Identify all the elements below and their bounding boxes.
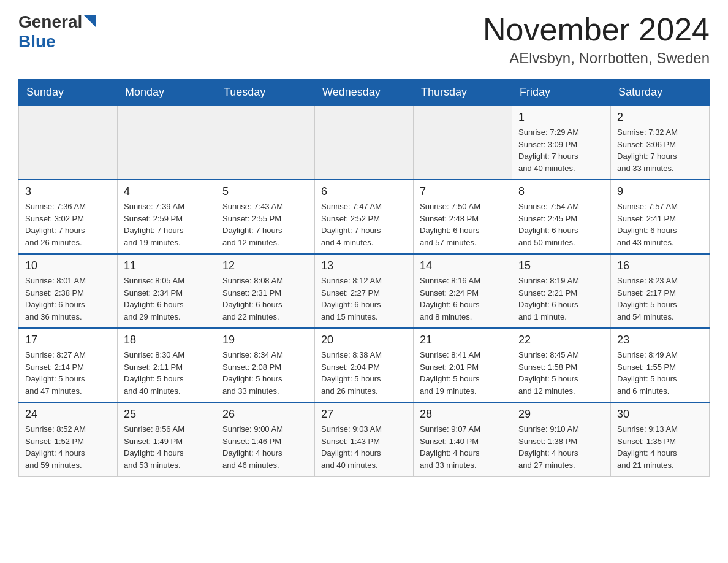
table-cell: 5Sunrise: 7:43 AM Sunset: 2:55 PM Daylig…	[216, 180, 315, 254]
location-title: AElvsbyn, Norrbotten, Sweden	[483, 50, 710, 67]
table-cell: 25Sunrise: 8:56 AM Sunset: 1:49 PM Dayli…	[118, 402, 216, 477]
day-number: 18	[124, 334, 210, 347]
calendar-table: Sunday Monday Tuesday Wednesday Thursday…	[18, 79, 710, 477]
table-cell: 17Sunrise: 8:27 AM Sunset: 2:14 PM Dayli…	[19, 328, 118, 402]
header-saturday: Saturday	[611, 80, 710, 106]
day-info: Sunrise: 7:54 AM Sunset: 2:45 PM Dayligh…	[518, 201, 604, 248]
day-info: Sunrise: 8:16 AM Sunset: 2:24 PM Dayligh…	[420, 275, 506, 323]
day-number: 7	[420, 185, 506, 198]
table-cell	[19, 105, 118, 180]
day-info: Sunrise: 7:29 AM Sunset: 3:09 PM Dayligh…	[518, 126, 604, 174]
table-cell: 4Sunrise: 7:39 AM Sunset: 2:59 PM Daylig…	[118, 180, 216, 254]
table-cell	[414, 105, 512, 180]
table-cell: 11Sunrise: 8:05 AM Sunset: 2:34 PM Dayli…	[118, 254, 216, 328]
day-number: 10	[25, 259, 111, 272]
day-info: Sunrise: 7:57 AM Sunset: 2:41 PM Dayligh…	[617, 201, 703, 248]
table-cell: 18Sunrise: 8:30 AM Sunset: 2:11 PM Dayli…	[118, 328, 216, 402]
header-monday: Monday	[118, 80, 216, 106]
table-cell: 7Sunrise: 7:50 AM Sunset: 2:48 PM Daylig…	[414, 180, 512, 254]
day-info: Sunrise: 9:10 AM Sunset: 1:38 PM Dayligh…	[518, 423, 604, 471]
day-info: Sunrise: 9:07 AM Sunset: 1:40 PM Dayligh…	[420, 423, 506, 471]
day-number: 14	[420, 259, 506, 272]
table-cell: 24Sunrise: 8:52 AM Sunset: 1:52 PM Dayli…	[19, 402, 118, 477]
day-number: 8	[518, 185, 604, 198]
week-row-0: 1Sunrise: 7:29 AM Sunset: 3:09 PM Daylig…	[19, 105, 710, 180]
table-cell: 28Sunrise: 9:07 AM Sunset: 1:40 PM Dayli…	[414, 402, 512, 477]
month-title: November 2024	[483, 12, 710, 47]
table-cell: 19Sunrise: 8:34 AM Sunset: 2:08 PM Dayli…	[216, 328, 315, 402]
day-number: 28	[420, 408, 506, 421]
week-row-2: 10Sunrise: 8:01 AM Sunset: 2:38 PM Dayli…	[19, 254, 710, 328]
day-number: 15	[518, 259, 604, 272]
logo: General Blue	[18, 12, 96, 50]
svg-marker-0	[83, 15, 96, 27]
table-cell	[315, 105, 414, 180]
table-cell: 8Sunrise: 7:54 AM Sunset: 2:45 PM Daylig…	[512, 180, 611, 254]
table-cell: 14Sunrise: 8:16 AM Sunset: 2:24 PM Dayli…	[414, 254, 512, 328]
day-info: Sunrise: 7:47 AM Sunset: 2:52 PM Dayligh…	[321, 201, 407, 248]
day-number: 3	[25, 185, 111, 198]
day-number: 23	[617, 334, 703, 347]
header-friday: Friday	[512, 80, 611, 106]
day-info: Sunrise: 8:01 AM Sunset: 2:38 PM Dayligh…	[25, 275, 111, 323]
day-info: Sunrise: 7:36 AM Sunset: 3:02 PM Dayligh…	[25, 201, 111, 248]
day-info: Sunrise: 8:38 AM Sunset: 2:04 PM Dayligh…	[321, 349, 407, 397]
table-cell: 3Sunrise: 7:36 AM Sunset: 3:02 PM Daylig…	[19, 180, 118, 254]
week-row-3: 17Sunrise: 8:27 AM Sunset: 2:14 PM Dayli…	[19, 328, 710, 402]
day-info: Sunrise: 9:13 AM Sunset: 1:35 PM Dayligh…	[617, 423, 703, 471]
day-info: Sunrise: 8:05 AM Sunset: 2:34 PM Dayligh…	[124, 275, 210, 323]
day-number: 5	[222, 185, 308, 198]
day-info: Sunrise: 8:27 AM Sunset: 2:14 PM Dayligh…	[25, 349, 111, 397]
weekday-header-row: Sunday Monday Tuesday Wednesday Thursday…	[19, 80, 710, 106]
table-cell: 2Sunrise: 7:32 AM Sunset: 3:06 PM Daylig…	[611, 105, 710, 180]
day-number: 9	[617, 185, 703, 198]
day-info: Sunrise: 8:49 AM Sunset: 1:55 PM Dayligh…	[617, 349, 703, 397]
header: General Blue November 2024 AElvsbyn, Nor…	[18, 12, 710, 67]
table-cell	[118, 105, 216, 180]
table-cell: 29Sunrise: 9:10 AM Sunset: 1:38 PM Dayli…	[512, 402, 611, 477]
day-number: 13	[321, 259, 407, 272]
table-cell: 27Sunrise: 9:03 AM Sunset: 1:43 PM Dayli…	[315, 402, 414, 477]
table-cell: 12Sunrise: 8:08 AM Sunset: 2:31 PM Dayli…	[216, 254, 315, 328]
day-info: Sunrise: 8:08 AM Sunset: 2:31 PM Dayligh…	[222, 275, 308, 323]
week-row-1: 3Sunrise: 7:36 AM Sunset: 3:02 PM Daylig…	[19, 180, 710, 254]
table-cell	[216, 105, 315, 180]
header-tuesday: Tuesday	[216, 80, 315, 106]
day-info: Sunrise: 8:41 AM Sunset: 2:01 PM Dayligh…	[420, 349, 506, 397]
table-cell: 22Sunrise: 8:45 AM Sunset: 1:58 PM Dayli…	[512, 328, 611, 402]
table-cell: 6Sunrise: 7:47 AM Sunset: 2:52 PM Daylig…	[315, 180, 414, 254]
day-number: 1	[518, 111, 604, 124]
table-cell: 26Sunrise: 9:00 AM Sunset: 1:46 PM Dayli…	[216, 402, 315, 477]
day-info: Sunrise: 8:19 AM Sunset: 2:21 PM Dayligh…	[518, 275, 604, 323]
day-info: Sunrise: 9:00 AM Sunset: 1:46 PM Dayligh…	[222, 423, 308, 471]
day-number: 19	[222, 334, 308, 347]
day-info: Sunrise: 7:43 AM Sunset: 2:55 PM Dayligh…	[222, 201, 308, 248]
table-cell: 21Sunrise: 8:41 AM Sunset: 2:01 PM Dayli…	[414, 328, 512, 402]
header-thursday: Thursday	[414, 80, 512, 106]
table-cell: 30Sunrise: 9:13 AM Sunset: 1:35 PM Dayli…	[611, 402, 710, 477]
day-number: 25	[124, 408, 210, 421]
header-sunday: Sunday	[19, 80, 118, 106]
table-cell: 23Sunrise: 8:49 AM Sunset: 1:55 PM Dayli…	[611, 328, 710, 402]
table-cell: 20Sunrise: 8:38 AM Sunset: 2:04 PM Dayli…	[315, 328, 414, 402]
table-cell: 16Sunrise: 8:23 AM Sunset: 2:17 PM Dayli…	[611, 254, 710, 328]
table-cell: 10Sunrise: 8:01 AM Sunset: 2:38 PM Dayli…	[19, 254, 118, 328]
table-cell: 1Sunrise: 7:29 AM Sunset: 3:09 PM Daylig…	[512, 105, 611, 180]
day-info: Sunrise: 7:50 AM Sunset: 2:48 PM Dayligh…	[420, 201, 506, 248]
day-info: Sunrise: 8:30 AM Sunset: 2:11 PM Dayligh…	[124, 349, 210, 397]
day-info: Sunrise: 8:56 AM Sunset: 1:49 PM Dayligh…	[124, 423, 210, 471]
day-number: 30	[617, 408, 703, 421]
day-number: 16	[617, 259, 703, 272]
day-number: 6	[321, 185, 407, 198]
day-number: 27	[321, 408, 407, 421]
logo-general-text: General	[18, 12, 82, 32]
day-info: Sunrise: 7:39 AM Sunset: 2:59 PM Dayligh…	[124, 201, 210, 248]
day-number: 11	[124, 259, 210, 272]
day-info: Sunrise: 9:03 AM Sunset: 1:43 PM Dayligh…	[321, 423, 407, 471]
day-number: 12	[222, 259, 308, 272]
table-cell: 15Sunrise: 8:19 AM Sunset: 2:21 PM Dayli…	[512, 254, 611, 328]
day-number: 21	[420, 334, 506, 347]
day-info: Sunrise: 8:45 AM Sunset: 1:58 PM Dayligh…	[518, 349, 604, 397]
day-number: 24	[25, 408, 111, 421]
day-number: 2	[617, 111, 703, 124]
